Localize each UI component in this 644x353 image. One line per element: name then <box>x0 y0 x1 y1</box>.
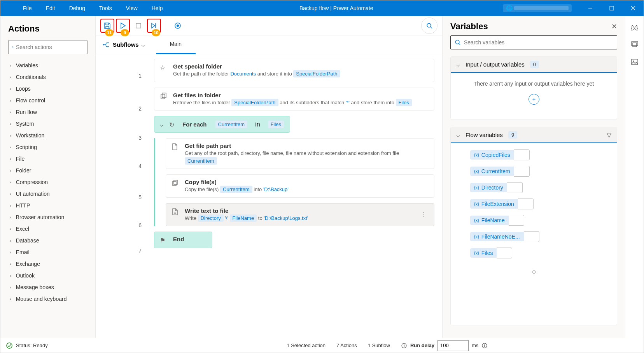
filter-icon[interactable]: ▽ <box>607 131 611 139</box>
subflows-label[interactable]: Subflows <box>113 41 139 48</box>
chevron-right-icon: › <box>10 203 11 208</box>
delay-label: Run delay <box>410 342 434 348</box>
chevron-right-icon: › <box>10 191 11 196</box>
flow-var-item[interactable]: {x}Directory <box>470 182 617 193</box>
flow-var-item[interactable]: {x}FileName <box>470 215 617 226</box>
cat-browser-automation[interactable]: ›Browser automation <box>0 211 92 223</box>
cat-conditionals[interactable]: ›Conditionals <box>0 71 92 83</box>
variables-title: Variables <box>450 21 488 32</box>
search-flow-button[interactable] <box>421 18 438 34</box>
record-button[interactable] <box>171 19 185 33</box>
step-write-text[interactable]: Write text to file Write Directory '\' F… <box>166 203 434 227</box>
flow-section-header[interactable]: ⌵ Flow variables 9 ▽ <box>451 127 617 143</box>
add-variable-button[interactable]: ＋ <box>528 94 539 105</box>
run-button[interactable]: 9 <box>116 19 130 33</box>
flow-var-item[interactable]: {x}Files <box>470 248 617 258</box>
step-desc: Get the path of the folder Documents and… <box>173 70 429 78</box>
copy-icon <box>172 179 179 193</box>
var-value-box[interactable] <box>497 248 512 258</box>
chevron-down-icon: ⌵ <box>456 61 460 68</box>
chevron-down-icon[interactable]: ⌵ <box>141 41 145 48</box>
delay-input[interactable] <box>438 340 469 351</box>
close-panel-button[interactable]: ✕ <box>611 22 617 31</box>
cat-http[interactable]: ›HTTP <box>0 200 92 211</box>
stop-button[interactable] <box>131 19 145 33</box>
cat-variables[interactable]: ›Variables <box>0 60 92 71</box>
chevron-right-icon: › <box>10 285 11 290</box>
menu-tools[interactable]: Tools <box>92 1 119 15</box>
line-1: 1 <box>96 61 150 91</box>
actions-search[interactable] <box>8 40 88 54</box>
flow-var-item[interactable]: {x}CopiedFiles <box>470 149 617 160</box>
cat-database[interactable]: ›Database <box>0 235 92 246</box>
toolbar: 11 9 10 <box>96 16 442 35</box>
minimize-button[interactable] <box>579 0 601 16</box>
step-copy-files[interactable]: Copy file(s) Copy the file(s) CurrentIte… <box>166 174 434 198</box>
io-section-header[interactable]: ⌵ Input / output variables 0 <box>451 57 617 73</box>
ui-elements-rail-icon[interactable] <box>631 40 639 49</box>
cat-file[interactable]: ›File <box>0 153 92 165</box>
images-rail-icon[interactable] <box>631 58 639 67</box>
step-title: Copy file(s) <box>185 179 429 185</box>
erase-icon[interactable]: ◇ <box>451 265 617 278</box>
menu-edit[interactable]: Edit <box>39 1 62 15</box>
var-value-box[interactable] <box>507 182 523 193</box>
variables-search-input[interactable] <box>464 39 613 46</box>
svg-point-4 <box>12 46 13 47</box>
var-value-box[interactable] <box>518 198 534 209</box>
menu-view[interactable]: View <box>119 1 145 15</box>
cat-message-boxes[interactable]: ›Message boxes <box>0 281 92 293</box>
close-button[interactable] <box>622 0 644 16</box>
cat-excel[interactable]: ›Excel <box>0 223 92 235</box>
variables-search[interactable] <box>450 35 617 49</box>
cat-exchange[interactable]: ›Exchange <box>0 258 92 270</box>
save-button[interactable]: 11 <box>100 19 114 33</box>
step-get-file-path[interactable]: Get file path part Get any of the root p… <box>166 138 434 169</box>
info-icon[interactable] <box>481 342 488 349</box>
svg-rect-15 <box>174 180 177 184</box>
flow-var-item[interactable]: {x}CurrentItem <box>470 166 617 177</box>
cat-run-flow[interactable]: ›Run flow <box>0 106 92 118</box>
line-2: 2 <box>96 91 150 126</box>
step-title: Get file path part <box>185 142 429 149</box>
token: Files <box>268 121 284 128</box>
menu-file[interactable]: File <box>16 1 39 15</box>
line-4: 4 <box>96 149 150 183</box>
flow-var-item[interactable]: {x}FileNameNoE... <box>470 231 617 242</box>
more-icon[interactable]: ⋮ <box>419 211 429 218</box>
variables-rail-icon[interactable]: {x} <box>631 25 638 32</box>
step-foreach[interactable]: ⌵ ↻ For each CurrentItem in Files <box>154 116 290 133</box>
menu-debug[interactable]: Debug <box>62 1 92 15</box>
cat-mouse-keyboard[interactable]: ›Mouse and keyboard <box>0 293 92 305</box>
cat-folder[interactable]: ›Folder <box>0 165 92 176</box>
cat-system[interactable]: ›System <box>0 118 92 130</box>
flow-var-item[interactable]: {x}FileExtension <box>470 198 617 209</box>
tab-main[interactable]: Main <box>156 35 196 54</box>
step-get-files[interactable]: Get files in folder Retrieve the files i… <box>154 88 434 111</box>
step-over-button[interactable]: 10 <box>147 19 161 33</box>
cat-email[interactable]: ›Email <box>0 246 92 258</box>
step-get-special-folder[interactable]: ☆ Get special folder Get the path of the… <box>154 59 434 82</box>
cat-compression[interactable]: ›Compression <box>0 176 92 188</box>
var-value-box[interactable] <box>524 231 539 242</box>
cat-loops[interactable]: ›Loops <box>0 83 92 95</box>
menu-help[interactable]: Help <box>145 1 170 15</box>
actions-search-input[interactable] <box>16 44 84 50</box>
cat-scripting[interactable]: ›Scripting <box>0 141 92 153</box>
step-end[interactable]: ⚑ End <box>154 232 212 248</box>
subflow-icon <box>103 41 110 48</box>
cat-outlook[interactable]: ›Outlook <box>0 270 92 281</box>
io-section-body: There aren't any input or output variabl… <box>451 73 617 119</box>
app-title: Backup flow | Power Automate <box>170 5 503 11</box>
environment-tag[interactable]: 🌐 <box>503 4 572 12</box>
maximize-button[interactable] <box>601 0 622 16</box>
cat-workstation[interactable]: ›Workstation <box>0 130 92 141</box>
var-value-box[interactable] <box>514 166 530 177</box>
clock-icon <box>401 342 407 349</box>
chevron-down-icon[interactable]: ⌵ <box>160 121 164 128</box>
var-value-box[interactable] <box>514 149 530 160</box>
cat-flow-control[interactable]: ›Flow control <box>0 95 92 106</box>
flow-section-title: Flow variables <box>466 132 503 138</box>
cat-ui-automation[interactable]: ›UI automation <box>0 188 92 200</box>
var-value-box[interactable] <box>509 215 524 226</box>
